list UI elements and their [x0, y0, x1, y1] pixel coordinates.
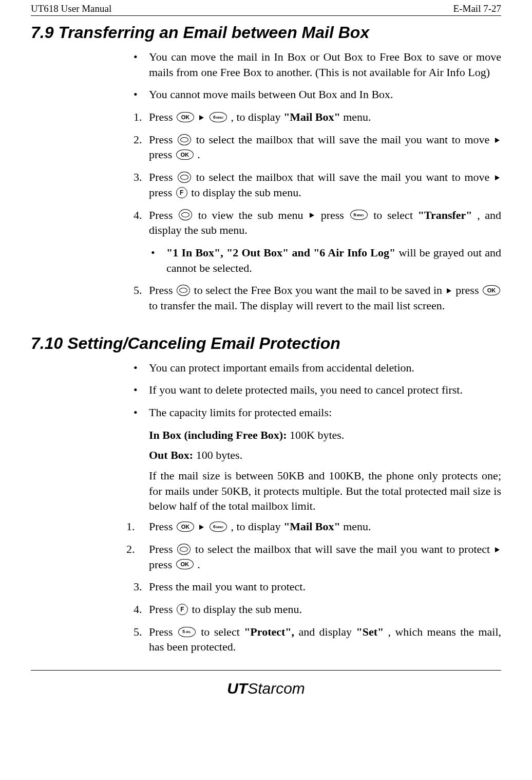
key-sub: MNO: [357, 214, 364, 217]
nav-key-icon: [178, 134, 191, 145]
text-fragment: Press: [149, 543, 176, 555]
key-label: F: [180, 605, 184, 614]
step-2: 2. Press to select the mailbox that will…: [126, 542, 501, 572]
step-text: Press to view the sub menu press 6MNO to…: [149, 208, 501, 238]
header-left: UT618 User Manual: [31, 3, 111, 14]
step-3: 3. Press to select the mailbox that will…: [134, 170, 501, 200]
step-number: 1.: [134, 109, 149, 125]
step-1: 1. Press OK 6MNO , to display "Mail Box"…: [126, 519, 501, 534]
text-fragment: menu.: [343, 110, 371, 123]
step-text: Press to select the mailbox that will sa…: [149, 132, 501, 162]
text-fragment: press: [149, 558, 175, 571]
step-text: Press to select the mailbox that will sa…: [149, 542, 501, 572]
key-label: OK: [181, 523, 190, 531]
step-1: 1. Press OK 6MNO , to display "Mail Box"…: [134, 109, 501, 125]
step-text: Press OK 6MNO , to display "Mail Box" me…: [149, 109, 501, 125]
footer-logo: UTStarcom: [31, 680, 501, 697]
text-fragment: Press: [149, 209, 178, 221]
ok-key-icon: OK: [177, 522, 194, 532]
step-2: 2. Press to select the mailbox that will…: [134, 132, 501, 162]
text-fragment: menu.: [343, 520, 371, 533]
bold-text: "Mail Box": [283, 110, 340, 123]
text-fragment: .: [197, 148, 200, 161]
step-4-sub: • "1 In Box", "2 Out Box" and "6 Air Inf…: [151, 245, 501, 275]
step-number: 5.: [134, 624, 149, 655]
bullet-marker: •: [151, 245, 166, 275]
arrow-right-icon: [495, 138, 500, 143]
bullet-text: You can protect important emails from ac…: [149, 360, 501, 376]
arrow-right-icon: [199, 525, 204, 530]
bullet-item: • The capacity limits for protected emai…: [134, 405, 501, 420]
bullet-marker: •: [134, 49, 149, 80]
ok-key-icon: OK: [176, 150, 194, 160]
key-label: OK: [180, 561, 189, 568]
step-number: 3.: [134, 579, 149, 595]
text-fragment: , to display: [231, 520, 283, 533]
header-right: E-Mail 7-27: [453, 3, 501, 14]
key-label: 5JKL: [182, 628, 191, 635]
step-3: 3. Press the mail you want to protect.: [134, 579, 501, 595]
nav-key-icon: [177, 544, 191, 555]
bullet-text: You can move the mail in In Box or Out B…: [149, 49, 501, 80]
text-fragment: and display: [298, 625, 356, 638]
arrow-right-icon: [495, 175, 500, 180]
nav-key-icon: [179, 209, 192, 220]
step-text: Press F to display the sub menu.: [149, 602, 501, 617]
text-fragment: to select the Free Box you want the mail…: [194, 284, 445, 296]
bullet-marker: •: [134, 382, 149, 398]
key-num: 5: [182, 629, 185, 634]
step-number: 4.: [134, 208, 149, 238]
text-fragment: press: [149, 186, 175, 199]
text-fragment: to select the mailbox that will save the…: [196, 171, 493, 183]
text-fragment: Press: [149, 133, 177, 146]
nav-key-icon: [178, 172, 191, 183]
step-number: 5.: [134, 283, 149, 313]
text-fragment: to display the sub menu.: [192, 603, 301, 616]
key-sub: MNO: [216, 116, 223, 119]
section-7-10-title: 7.10 Setting/Canceling Email Protection: [31, 334, 501, 353]
step-text: Press to select the mailbox that will sa…: [149, 170, 501, 200]
step-number: 2.: [134, 132, 149, 162]
arrow-right-icon: [495, 547, 500, 552]
nav-key-icon: [177, 285, 190, 296]
footer-divider: [31, 670, 501, 671]
step-4: 4. Press to view the sub menu press 6MNO…: [134, 208, 501, 238]
arrow-right-icon: [447, 288, 451, 293]
bullet-text: "1 In Box", "2 Out Box" and "6 Air Info …: [166, 245, 501, 275]
capacity-note: If the mail size is between 50KB and 100…: [149, 468, 501, 514]
text-fragment: to view the sub menu: [198, 209, 308, 221]
bullet-text: You cannot move mails between Out Box an…: [149, 87, 501, 102]
six-key-icon: 6MNO: [210, 522, 227, 532]
ok-key-icon: OK: [176, 559, 194, 569]
text-fragment: Press: [149, 284, 176, 296]
text-fragment: , to display: [231, 110, 283, 123]
bold-text: Out Box:: [149, 449, 196, 461]
six-key-icon: 6MNO: [210, 112, 227, 122]
arrow-right-icon: [310, 213, 314, 218]
f-key-icon: F: [177, 604, 188, 615]
text-fragment: to select: [201, 625, 244, 638]
bold-text: "Mail Box": [283, 520, 340, 533]
step-number: 4.: [134, 602, 149, 617]
section-7-10-content: • You can protect important emails from …: [134, 360, 501, 655]
text-fragment: .: [197, 558, 200, 571]
text-fragment: 100 bytes.: [196, 449, 242, 461]
text-fragment: to display the sub menu.: [191, 186, 301, 199]
bullet-item: • You cannot move mails between Out Box …: [134, 87, 501, 102]
text-fragment: press: [321, 209, 349, 221]
text-fragment: to select the mailbox that will save the…: [196, 133, 490, 146]
key-label: 6MNO: [213, 114, 223, 120]
bold-text: "Protect",: [244, 625, 294, 638]
text-fragment: press: [455, 284, 482, 296]
key-label: 6MNO: [213, 524, 223, 530]
f-key-icon: F: [176, 187, 187, 198]
step-number: 3.: [134, 170, 149, 200]
key-num: 6: [213, 115, 216, 120]
step-5: 5. Press to select the Free Box you want…: [134, 283, 501, 313]
ok-key-icon: OK: [177, 112, 194, 122]
key-label: OK: [181, 114, 190, 121]
step-number: 1.: [126, 519, 149, 534]
key-label: OK: [487, 287, 496, 294]
text-fragment: Press: [149, 110, 176, 123]
step-4: 4. Press F to display the sub menu.: [134, 602, 501, 617]
